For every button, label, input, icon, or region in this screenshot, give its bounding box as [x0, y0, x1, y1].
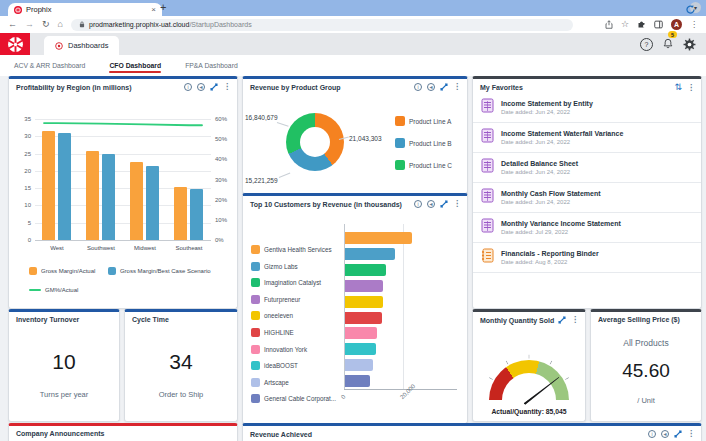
- speaker-icon[interactable]: ◄: [661, 430, 669, 438]
- share-icon[interactable]: [605, 20, 613, 29]
- browser-tab[interactable]: Prophix ×: [8, 3, 162, 16]
- gridline: [35, 119, 211, 120]
- bar-4: [345, 280, 383, 292]
- settings-gear-icon[interactable]: [683, 38, 696, 51]
- url-path: /StartupDashboards: [189, 21, 251, 28]
- address-bar[interactable]: prodmarketing.prophix-uat.cloud/StartupD…: [71, 19, 573, 31]
- favorite-item[interactable]: Monthly Cash Flow StatementDate added: J…: [473, 183, 701, 213]
- bar-southwest: [86, 151, 99, 240]
- bar-7: [345, 327, 377, 339]
- favorite-item[interactable]: Detailed Balance SheetDate added: Jun 24…: [473, 153, 701, 183]
- y-axis-tick-right: 40%: [215, 156, 227, 162]
- y-axis-tick-left: 20: [13, 168, 31, 174]
- refresh-dashboard-icon[interactable]: [685, 4, 696, 15]
- card-profitability-by-region: Profitability by Region (in millions) i …: [8, 76, 238, 309]
- side-panel-icon[interactable]: [654, 20, 663, 29]
- favorite-item-date: Date added: Aug 8, 2022: [501, 259, 599, 265]
- card-average-selling-price: Average Selling Price ($) All Products 4…: [590, 309, 702, 422]
- more-options-icon[interactable]: ⋮: [571, 316, 579, 324]
- card-header: Top 10 Customers by Revenue (in thousand…: [243, 196, 467, 209]
- dashboard-tab-acv-arr-dashboard[interactable]: ACV & ARR Dashboard: [14, 58, 85, 73]
- bar-10: [345, 375, 370, 387]
- bar-1: [345, 232, 412, 244]
- y-axis-tick-left: 30: [13, 133, 31, 139]
- card-title: Inventory Turnover: [16, 316, 79, 323]
- expand-icon[interactable]: [440, 200, 448, 208]
- legend-swatch: [251, 295, 260, 304]
- favorite-item-text: Monthly Cash Flow StatementDate added: J…: [501, 190, 601, 205]
- reload-icon[interactable]: ↻: [42, 20, 50, 29]
- close-tab-icon[interactable]: ×: [151, 6, 156, 14]
- y-axis-tick-left: 25: [13, 151, 31, 157]
- y-axis-tick-left: 10: [13, 202, 31, 208]
- card-monthly-quantity-sold: Monthly Quantity Sold ⋮ Actual/Quantity:…: [472, 309, 586, 422]
- favorite-item[interactable]: Monthly Variance Income StatementDate ad…: [473, 213, 701, 243]
- info-icon[interactable]: i: [184, 83, 192, 91]
- card-title: Average Selling Price ($): [598, 316, 680, 323]
- more-options-icon[interactable]: ⋮: [687, 84, 695, 92]
- favorite-item-text: Detailed Balance SheetDate added: Jun 24…: [501, 160, 578, 175]
- legend-item: General Cable Corporat...: [251, 394, 336, 403]
- sort-icon[interactable]: ⇅: [674, 83, 682, 92]
- browser-profile-avatar[interactable]: A: [671, 19, 682, 30]
- more-options-icon[interactable]: ⋮: [687, 430, 695, 438]
- x-axis-tick: 20,000: [399, 383, 416, 400]
- favorite-item-date: Date added: Jun 24, 2022: [501, 109, 593, 115]
- revenue-donut-chart: 16,840,67915,221,25921,043,303Product Li…: [243, 95, 467, 193]
- y-axis-tick-right: 10%: [215, 217, 227, 223]
- favorite-item-date: Date added: Jun 24, 2022: [501, 199, 601, 205]
- legend-swatch: [395, 116, 405, 126]
- donut-hole: [300, 127, 330, 157]
- more-options-icon[interactable]: ⋮: [223, 83, 231, 91]
- back-icon[interactable]: ←: [8, 20, 17, 29]
- more-options-icon[interactable]: ⋮: [453, 200, 461, 208]
- more-options-icon[interactable]: ⋮: [453, 83, 461, 91]
- expand-icon[interactable]: [440, 83, 448, 91]
- kpi-value: 10: [9, 350, 119, 374]
- gridline-20000: [403, 224, 404, 389]
- y-axis-tick-left: 15: [13, 185, 31, 191]
- asp-scope: All Products: [591, 338, 701, 348]
- favorite-item[interactable]: Financials - Reporting BinderDate added:…: [473, 243, 701, 273]
- browser-menu-icon[interactable]: ⋮: [690, 21, 698, 29]
- forward-icon[interactable]: →: [25, 20, 34, 29]
- home-icon[interactable]: ⌂: [58, 20, 63, 29]
- screen: Prophix × + ▾ ← → ↻ ⌂ prodmarketing.prop…: [0, 0, 706, 441]
- kpi-caption: Order to Ship: [125, 390, 237, 399]
- help-icon[interactable]: ?: [640, 38, 653, 51]
- speaker-icon[interactable]: ◄: [427, 200, 435, 208]
- card-company-announcements: Company Announcements: [8, 423, 238, 441]
- dashboard-tab-fp-a-dashboard[interactable]: FP&A Dashboard: [185, 58, 238, 73]
- legend-item: Gross Margin/Actual: [29, 267, 95, 275]
- app-tab-dashboards[interactable]: Dashboards: [44, 36, 119, 55]
- speaker-icon[interactable]: ◄: [197, 83, 205, 91]
- favorite-item[interactable]: Income Statement by EntityDate added: Ju…: [473, 93, 701, 123]
- gridline: [35, 240, 211, 241]
- bar-west: [58, 133, 71, 240]
- expand-icon[interactable]: [210, 83, 218, 91]
- extensions-icon[interactable]: [637, 20, 646, 29]
- legend-item: Product Line A: [395, 116, 451, 126]
- speaker-icon[interactable]: ◄: [427, 83, 435, 91]
- y-axis-tick-right: 20%: [215, 197, 227, 203]
- report-icon: [481, 218, 494, 237]
- notifications-bell[interactable]: 5: [663, 35, 673, 53]
- legend-swatch: [395, 160, 405, 170]
- new-tab-button[interactable]: +: [160, 1, 166, 13]
- card-title: Revenue Achieved: [250, 431, 312, 438]
- favorite-item[interactable]: Income Statement Waterfall VarianceDate …: [473, 123, 701, 153]
- expand-icon[interactable]: [558, 316, 566, 324]
- app-tab-label: Dashboards: [68, 41, 108, 50]
- bookmark-star-icon[interactable]: ☆: [621, 20, 629, 29]
- y-axis-tick-right: 30%: [215, 177, 227, 183]
- dashboard-tab-cfo-dashboard[interactable]: CFO Dashboard: [109, 58, 161, 73]
- card-revenue-by-product-group: Revenue by Product Group i ◄ ⋮ 16,840,67…: [242, 76, 468, 194]
- bar-8: [345, 343, 376, 355]
- expand-icon[interactable]: [674, 430, 682, 438]
- bar-west: [42, 131, 55, 240]
- prophix-logo[interactable]: [0, 33, 30, 55]
- card-cycle-time: Cycle Time 34 Order to Ship: [124, 309, 238, 422]
- info-icon[interactable]: i: [414, 83, 422, 91]
- info-icon[interactable]: i: [648, 430, 656, 438]
- info-icon[interactable]: i: [414, 200, 422, 208]
